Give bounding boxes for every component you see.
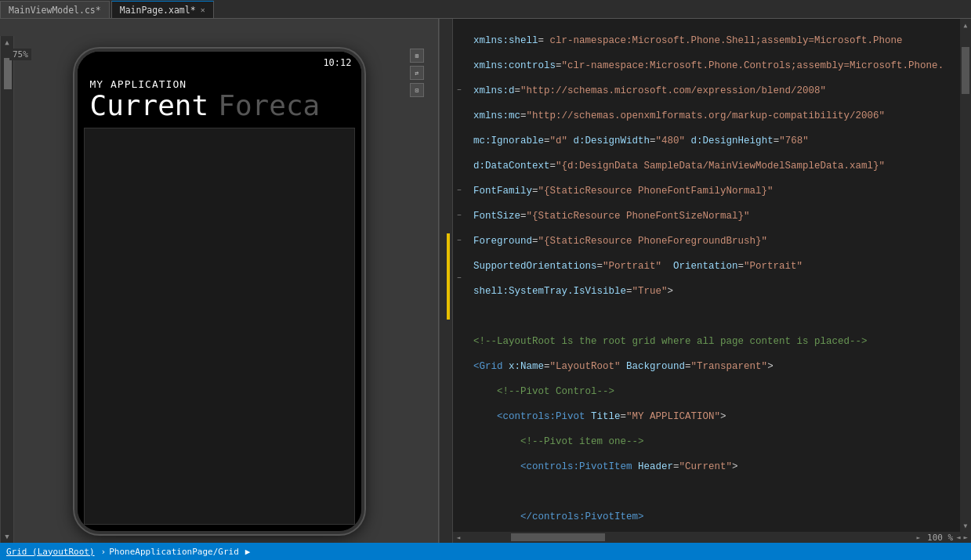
- breadcrumb-sep: ›: [101, 547, 107, 557]
- zoom-label: 100 %: [927, 533, 953, 543]
- line-ind-11: [453, 146, 466, 158]
- scroll-thumb[interactable]: [4, 58, 12, 89]
- side-icons: ⊞ ⇄ ⊡: [410, 49, 424, 97]
- code-line-11: shell:SystemTray.IsVisible="True">: [473, 285, 954, 298]
- line-ind-7: [453, 96, 466, 108]
- collapse-5[interactable]: −: [453, 271, 466, 284]
- line-ind-9: [453, 121, 466, 133]
- preview-panel: ▲ ▼ ⊞ ⇄ ⊡ 75% 10:12: [0, 19, 439, 543]
- collapse-4[interactable]: −: [453, 233, 466, 246]
- code-line-12: [473, 310, 954, 323]
- scroll-down[interactable]: ▼: [960, 519, 971, 532]
- pivot-item-current[interactable]: Current: [90, 90, 209, 121]
- line-ind-23: [453, 296, 466, 309]
- breadcrumb-arrow[interactable]: ▶: [245, 547, 251, 557]
- phone-screen: 10:12 MY APPLICATION Current Foreca: [78, 52, 361, 531]
- code-line-17: <!--Pivot item one-->: [473, 435, 954, 448]
- zoom-decrease[interactable]: ◄: [956, 533, 960, 541]
- line-ind-34: [453, 434, 466, 446]
- tab-mainviewmodel[interactable]: MainViewModel.cs*: [0, 1, 110, 18]
- line-ind-39: [453, 497, 466, 509]
- scrollbar-track[interactable]: [960, 31, 971, 519]
- line-ind-20: [453, 258, 466, 271]
- zoom-controls: 100 % ◄ ►: [924, 533, 971, 543]
- scrollbar-thumb[interactable]: [962, 47, 969, 94]
- line-ind-27: [453, 346, 466, 359]
- scroll-right[interactable]: ►: [913, 532, 924, 543]
- code-line-9: Foreground="{StaticResource PhoneForegro…: [473, 235, 954, 247]
- line-ind-17: [453, 221, 466, 233]
- line-ind-13: [453, 171, 466, 183]
- collapse-1[interactable]: −: [453, 83, 466, 96]
- scroll-left[interactable]: ◄: [453, 532, 464, 543]
- code-line-18: <controls:PivotItem Header="Current">: [473, 461, 954, 473]
- zoom-increase[interactable]: ►: [964, 533, 968, 541]
- vertical-scrollbar[interactable]: ▲ ▼: [960, 19, 971, 532]
- code-line-20: </controls:PivotItem>: [473, 511, 954, 523]
- line-ind-8: [453, 108, 466, 121]
- line-ind-32: [453, 409, 466, 421]
- left-scrollbar[interactable]: ▲ ▼: [0, 36, 14, 543]
- line-ind-35: [453, 446, 466, 459]
- phone-body: 10:12 MY APPLICATION Current Foreca: [74, 49, 364, 534]
- zoom-fit-icon[interactable]: ⊡: [410, 83, 424, 97]
- swap-icon[interactable]: ⇄: [410, 66, 424, 80]
- phone-app-title: MY APPLICATION: [90, 78, 349, 90]
- zoom-indicator: 75%: [9, 49, 31, 60]
- code-line-1: xmlns:shell= clr-namespace:Microsoft.Pho…: [473, 34, 954, 47]
- line-ind-5: [453, 70, 466, 83]
- line-ind-38: [453, 484, 466, 497]
- code-line-7: FontFamily="{StaticResource PhoneFontFam…: [473, 185, 954, 197]
- phone-content-area: [84, 128, 355, 525]
- scroll-up-arrow[interactable]: ▲: [1, 36, 13, 49]
- breadcrumb-1[interactable]: Grid (LayoutRoot): [6, 547, 95, 557]
- status-bar: Grid (LayoutRoot) › PhoneApplicationPage…: [0, 543, 971, 560]
- line-ind-24: [453, 309, 466, 321]
- line-ind-12: [453, 158, 466, 171]
- tab-label-mainviewmodel: MainViewModel.cs*: [9, 5, 101, 16]
- fit-icon[interactable]: ⊞: [410, 49, 424, 63]
- line-ind-40: [453, 509, 466, 522]
- scroll-down-arrow[interactable]: ▼: [1, 530, 13, 543]
- phone-app-header: MY APPLICATION Current Foreca: [78, 74, 361, 121]
- code-line-14: <Grid x:Name="LayoutRoot" Background="Tr…: [473, 360, 954, 373]
- main-area: ▲ ▼ ⊞ ⇄ ⊡ 75% 10:12: [0, 19, 971, 543]
- tab-bar: MainViewModel.cs* MainPage.xaml* ✕: [0, 0, 971, 19]
- code-line-10: SupportedOrientations="Portrait" Orienta…: [473, 260, 954, 273]
- code-area: − − − − −: [453, 19, 971, 532]
- line-ind-28: [453, 359, 466, 371]
- line-ind-36: [453, 459, 466, 471]
- phone-pivot-title: Current Foreca: [90, 90, 349, 121]
- yellow-highlight: [447, 233, 450, 320]
- scroll-up[interactable]: ▲: [960, 19, 971, 31]
- phone-preview: 10:12 MY APPLICATION Current Foreca: [74, 49, 364, 534]
- line-ind-10: [453, 133, 466, 146]
- tab-label-mainpage: MainPage.xaml*: [120, 5, 196, 16]
- tab-close-mainpage[interactable]: ✕: [201, 5, 205, 14]
- line-ind-31: [453, 396, 466, 409]
- code-line-8: FontSize="{StaticResource PhoneFontSizeN…: [473, 210, 954, 222]
- phone-time: 10:12: [323, 57, 351, 68]
- code-editor-content[interactable]: xmlns:shell= clr-namespace:Microsoft.Pho…: [467, 19, 960, 532]
- line-ind-33: [453, 421, 466, 434]
- code-line-4: xmlns:mc="http://schemas.openxmlformats.…: [473, 110, 954, 122]
- h-scrollbar-thumb[interactable]: [511, 533, 605, 541]
- collapse-3[interactable]: −: [453, 208, 466, 221]
- line-ind-3: [453, 45, 466, 58]
- breadcrumb-2[interactable]: PhoneApplicationPage/Grid: [109, 547, 239, 557]
- code-line-2: xmlns:controls="clr-namespace:Microsoft.…: [473, 60, 954, 72]
- code-line-19: [473, 486, 954, 498]
- code-line-5: mc:Ignorable="d" d:DesignWidth="480" d:D…: [473, 135, 954, 147]
- code-gutter: [439, 19, 453, 543]
- collapse-2[interactable]: −: [453, 183, 466, 196]
- line-ind-29: [453, 371, 466, 384]
- h-scrollbar-track[interactable]: [464, 532, 913, 543]
- pivot-item-forecast[interactable]: Foreca: [218, 90, 320, 121]
- horizontal-scrollbar-area: ◄ ► 100 % ◄ ►: [453, 532, 971, 543]
- line-ind-22: [453, 284, 466, 296]
- code-line-16: <controls:Pivot Title="MY APPLICATION">: [473, 410, 954, 423]
- line-ind-15: [453, 196, 466, 208]
- line-ind-4: [453, 58, 466, 70]
- line-ind-26: [453, 334, 466, 346]
- tab-mainpage[interactable]: MainPage.xaml* ✕: [111, 1, 214, 18]
